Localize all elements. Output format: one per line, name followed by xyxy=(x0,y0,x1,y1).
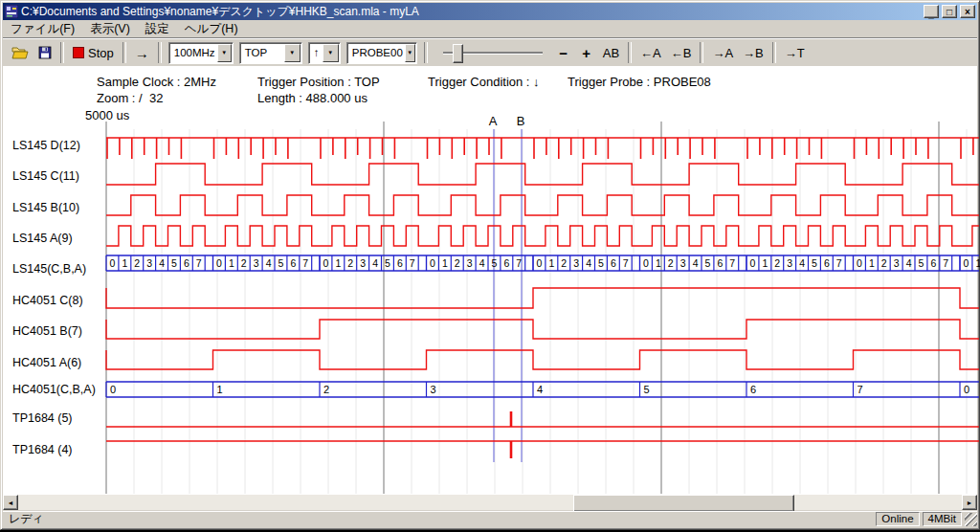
toolbar-separator xyxy=(628,42,632,63)
channel-label-tp1684-5: TP1684 (5) xyxy=(12,411,103,425)
chevron-down-icon[interactable]: ▼ xyxy=(217,44,232,62)
stop-icon xyxy=(73,47,84,58)
trigger-probe-select[interactable]: PROBE00 ▼ xyxy=(346,42,417,64)
horizontal-scrollbar[interactable]: ◄ ► xyxy=(3,495,977,510)
channel-label-ls145-a9: LS145 A(9) xyxy=(12,232,103,245)
zoom-ab-button[interactable]: AB xyxy=(598,41,624,64)
zoom-slider-thumb[interactable] xyxy=(453,44,463,63)
zoom-in-button[interactable]: + xyxy=(575,41,598,64)
trigger-edge-select[interactable]: ↑ ▼ xyxy=(308,42,341,64)
trigger-position-info: Trigger Position : TOP xyxy=(257,75,380,89)
channel-label-hc4051-bus: HC4051(C,B,A) xyxy=(12,383,103,396)
zoom-slider[interactable] xyxy=(443,41,543,64)
open-folder-icon xyxy=(11,46,29,59)
scroll-left-button[interactable]: ◄ xyxy=(3,495,18,510)
sample-clock-info: Sample Clock : 2MHz xyxy=(97,75,216,89)
stop-label: Stop xyxy=(88,46,114,60)
window-title: C:¥Documents and Settings¥noname¥デスクトップ¥… xyxy=(21,4,921,20)
trigger-probe-value: PROBE00 xyxy=(347,47,405,58)
back-to-cursor-a-button[interactable]: ←A xyxy=(635,41,666,64)
run-button[interactable]: → xyxy=(130,41,154,64)
trigger-edge-value: ↑ xyxy=(309,47,323,58)
save-button[interactable] xyxy=(33,41,56,64)
menu-bar: ファイル(F) 表示(V) 設定 ヘルプ(H) xyxy=(3,21,977,38)
channel-label-ls145-b10: LS145 B(10) xyxy=(12,201,103,214)
toolbar-separator xyxy=(158,42,162,63)
channel-label-ls145-c11: LS145 C(11) xyxy=(12,169,103,183)
app-window: C:¥Documents and Settings¥noname¥デスクトップ¥… xyxy=(0,0,980,530)
open-button[interactable] xyxy=(7,41,33,64)
status-online-indicator: Online xyxy=(876,512,919,526)
sample-clock-value: 100MHz xyxy=(169,47,217,58)
go-to-trigger-button[interactable]: →T xyxy=(780,41,810,64)
toolbar-separator xyxy=(772,42,776,63)
trigger-position-select[interactable]: TOP ▼ xyxy=(239,42,302,64)
waveform-area[interactable] xyxy=(3,66,977,495)
toolbar-separator xyxy=(700,42,703,63)
sample-clock-select[interactable]: 100MHz ▼ xyxy=(168,42,234,64)
scrollbar-track[interactable] xyxy=(18,495,962,510)
forward-to-cursor-a-button[interactable]: →A xyxy=(707,41,738,64)
toolbar: Stop → 100MHz ▼ TOP ▼ ↑ ▼ PROBE00 ▼ − + … xyxy=(3,38,977,67)
trigger-condition-info: Trigger Condition : ↓ xyxy=(428,75,540,89)
status-memory-indicator: 4MBit xyxy=(923,512,962,526)
close-button[interactable]: × xyxy=(960,5,975,18)
toolbar-separator xyxy=(60,42,64,63)
menu-view[interactable]: 表示(V) xyxy=(82,20,138,38)
status-ready-text: レディ xyxy=(3,511,873,527)
chevron-down-icon[interactable]: ▼ xyxy=(284,44,301,62)
title-bar[interactable]: C:¥Documents and Settings¥noname¥デスクトップ¥… xyxy=(3,3,977,20)
toolbar-separator xyxy=(424,42,428,63)
trigger-probe-info: Trigger Probe : PROBE08 xyxy=(568,75,711,89)
trigger-position-value: TOP xyxy=(240,47,284,58)
scrollbar-thumb[interactable] xyxy=(573,495,794,512)
chevron-down-icon[interactable]: ▼ xyxy=(323,44,339,62)
menu-settings[interactable]: 設定 xyxy=(138,20,177,38)
menu-file[interactable]: ファイル(F) xyxy=(3,20,82,38)
minimize-button[interactable]: _ xyxy=(924,5,939,18)
channel-label-hc4051-b7: HC4051 B(7) xyxy=(12,324,103,338)
scroll-right-button[interactable]: ► xyxy=(962,495,977,510)
channel-label-hc4051-c8: HC4051 C(8) xyxy=(12,294,103,307)
floppy-disk-icon xyxy=(38,46,52,59)
length-info: Length : 488.000 us xyxy=(257,91,368,105)
zoom-out-button[interactable]: − xyxy=(552,41,575,64)
app-icon xyxy=(5,5,18,18)
back-to-cursor-b-button[interactable]: ←B xyxy=(666,41,697,64)
zoom-info: Zoom : / 32 xyxy=(97,91,163,105)
status-bar: レディ Online 4MBit xyxy=(3,511,977,527)
toolbar-separator xyxy=(122,42,126,63)
resize-grip[interactable] xyxy=(965,513,977,526)
chevron-down-icon[interactable]: ▼ xyxy=(405,44,415,62)
channel-label-ls145-d12: LS145 D(12) xyxy=(12,139,103,152)
stop-button[interactable]: Stop xyxy=(68,41,119,64)
forward-to-cursor-b-button[interactable]: →B xyxy=(738,41,768,64)
channel-label-hc4051-a6: HC4051 A(6) xyxy=(12,356,103,369)
channel-label-tp1684-4: TP1684 (4) xyxy=(12,443,103,456)
time-scale-label: 5000 us xyxy=(85,108,129,122)
maximize-button[interactable]: □ xyxy=(942,5,957,18)
menu-help[interactable]: ヘルプ(H) xyxy=(177,20,246,38)
channel-label-ls145-bus: LS145(C,B,A) xyxy=(12,262,103,276)
